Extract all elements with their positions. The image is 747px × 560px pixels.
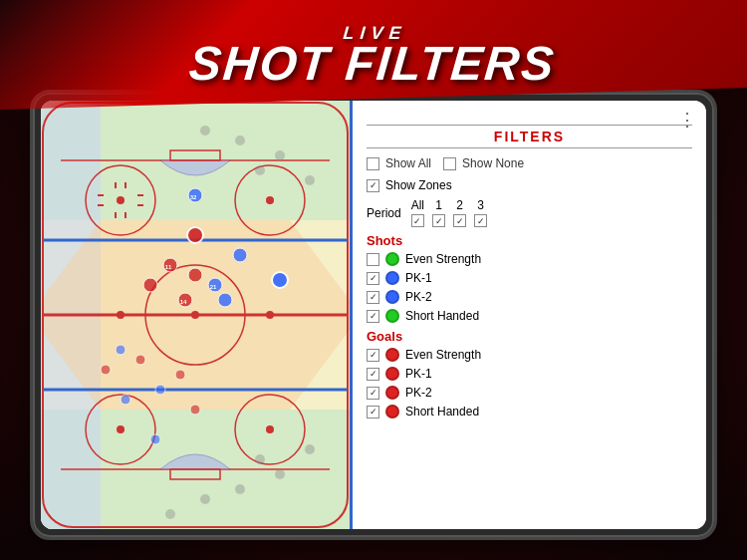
svg-text:11: 11 bbox=[165, 264, 172, 270]
svg-point-45 bbox=[187, 227, 203, 243]
svg-point-57 bbox=[165, 509, 175, 519]
svg-point-38 bbox=[101, 365, 111, 375]
svg-point-12 bbox=[191, 311, 199, 319]
show-all-none-row: Show All Show None bbox=[367, 156, 692, 174]
svg-point-52 bbox=[235, 484, 245, 494]
ipad-frame: 32 21 11 14 bbox=[30, 90, 717, 540]
svg-point-50 bbox=[255, 165, 265, 175]
svg-point-34 bbox=[135, 355, 145, 365]
svg-point-54 bbox=[305, 444, 315, 454]
goal-pk2: PK-2 bbox=[367, 386, 692, 400]
goal-pk2-dot bbox=[385, 386, 399, 400]
show-none-checkbox[interactable] bbox=[443, 157, 456, 170]
svg-point-35 bbox=[155, 385, 165, 395]
shot-pk2: PK-2 bbox=[367, 290, 692, 304]
shot-pk2-dot bbox=[385, 290, 399, 304]
period-3: 3 bbox=[474, 198, 487, 227]
svg-point-56 bbox=[200, 494, 210, 504]
svg-point-51 bbox=[200, 126, 210, 136]
goal-short-handed: Short Handed bbox=[367, 405, 692, 419]
header-text: LIVE SHOT FILTERS bbox=[188, 23, 560, 88]
period-columns: All 1 2 3 bbox=[411, 198, 487, 227]
menu-icon[interactable]: ⋮ bbox=[678, 109, 696, 131]
shot-short-handed: Short Handed bbox=[367, 309, 692, 323]
period-all-checkbox[interactable] bbox=[411, 214, 424, 227]
svg-point-18 bbox=[266, 196, 274, 204]
show-all-label: Show All bbox=[367, 156, 431, 170]
show-zones-label: Show Zones bbox=[385, 178, 452, 192]
shot-pk2-checkbox[interactable] bbox=[367, 291, 379, 304]
show-zones-checkbox[interactable] bbox=[367, 179, 379, 192]
shot-pk1-checkbox[interactable] bbox=[367, 272, 379, 285]
svg-point-55 bbox=[255, 454, 265, 464]
svg-point-28 bbox=[218, 293, 232, 307]
svg-point-20 bbox=[266, 425, 274, 433]
svg-point-47 bbox=[235, 136, 245, 145]
svg-point-17 bbox=[117, 196, 124, 204]
show-zones-row: Show Zones bbox=[367, 178, 692, 192]
filter-panel: ⋮ FILTERS Show All Show None Show Zones bbox=[350, 101, 706, 529]
goal-even-strength-dot bbox=[385, 348, 399, 362]
period-row: Period All 1 2 3 bbox=[367, 198, 692, 227]
period-3-checkbox[interactable] bbox=[474, 214, 487, 227]
period-all: All bbox=[411, 198, 424, 227]
ipad-screen: 32 21 11 14 bbox=[41, 101, 706, 529]
period-1: 1 bbox=[432, 198, 445, 227]
goal-pk1: PK-1 bbox=[367, 367, 692, 381]
shot-short-handed-dot bbox=[385, 309, 399, 323]
goal-short-handed-dot bbox=[385, 405, 399, 419]
svg-point-27 bbox=[233, 248, 247, 262]
svg-point-46 bbox=[272, 272, 288, 288]
show-all-checkbox[interactable] bbox=[367, 157, 379, 170]
goal-pk1-dot bbox=[385, 367, 399, 381]
rink-area: 32 21 11 14 bbox=[41, 101, 350, 529]
svg-point-21 bbox=[117, 311, 124, 319]
shots-section-title: Shots bbox=[367, 233, 692, 248]
shot-even-strength: Even Strength bbox=[367, 252, 692, 266]
goal-even-strength: Even Strength bbox=[367, 348, 692, 362]
svg-text:14: 14 bbox=[180, 299, 187, 305]
period-1-checkbox[interactable] bbox=[432, 214, 445, 227]
shot-even-strength-dot bbox=[385, 252, 399, 266]
svg-point-36 bbox=[175, 370, 185, 380]
svg-point-33 bbox=[116, 345, 125, 355]
svg-point-19 bbox=[117, 425, 124, 433]
page-title: SHOT FILTERS bbox=[188, 40, 558, 88]
shot-even-strength-checkbox[interactable] bbox=[367, 253, 379, 266]
svg-point-49 bbox=[305, 175, 315, 185]
period-2: 2 bbox=[453, 198, 466, 227]
svg-point-48 bbox=[275, 150, 285, 160]
svg-point-37 bbox=[121, 395, 130, 405]
goal-even-strength-checkbox[interactable] bbox=[367, 349, 379, 362]
svg-point-39 bbox=[150, 434, 160, 444]
svg-point-32 bbox=[188, 268, 202, 282]
goal-pk2-checkbox[interactable] bbox=[367, 387, 379, 400]
shot-pk1-dot bbox=[385, 271, 399, 285]
svg-text:21: 21 bbox=[210, 284, 217, 290]
show-none-label: Show None bbox=[443, 156, 524, 170]
period-label: Period bbox=[367, 206, 401, 220]
rink-svg: 32 21 11 14 bbox=[41, 101, 350, 529]
goal-short-handed-checkbox[interactable] bbox=[367, 406, 379, 419]
shot-pk1: PK-1 bbox=[367, 271, 692, 285]
shot-short-handed-checkbox[interactable] bbox=[367, 310, 379, 323]
svg-point-31 bbox=[143, 278, 157, 292]
svg-point-22 bbox=[266, 311, 274, 319]
filters-title: FILTERS bbox=[367, 125, 692, 148]
svg-point-53 bbox=[275, 469, 285, 479]
goal-pk1-checkbox[interactable] bbox=[367, 368, 379, 381]
period-2-checkbox[interactable] bbox=[453, 214, 466, 227]
svg-point-40 bbox=[190, 405, 200, 415]
svg-text:32: 32 bbox=[190, 194, 197, 200]
goals-section-title: Goals bbox=[367, 329, 692, 344]
